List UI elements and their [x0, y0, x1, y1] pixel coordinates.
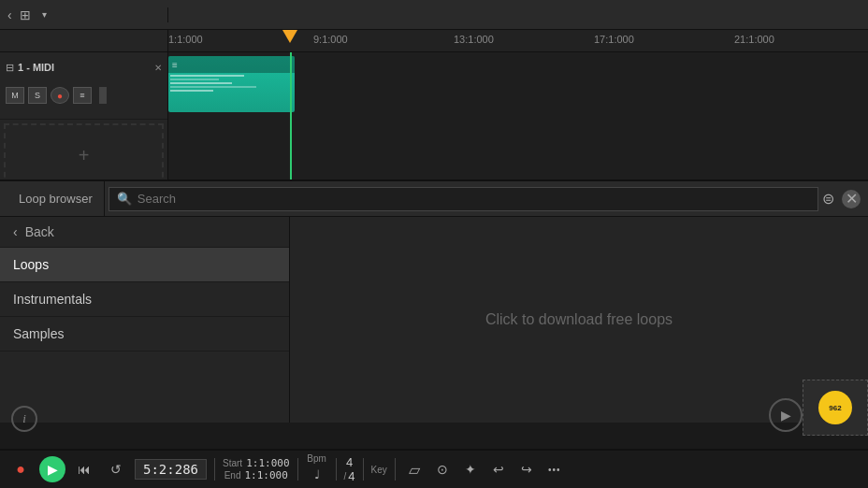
midi-clip-content [168, 73, 295, 93]
midi-clip-header: ≡ [168, 56, 295, 73]
back-button[interactable]: ‹ Back [0, 217, 289, 248]
rewind-icon: ⏮ [78, 462, 91, 477]
time-sig-slash: / [344, 471, 347, 481]
midi-note-line [170, 79, 219, 80]
midi-clip[interactable]: ≡ [168, 56, 295, 112]
back-label: Back [25, 224, 54, 239]
start-end-group: Start 1:1:000 End 1:1:000 [223, 457, 289, 481]
loop-icon-button[interactable]: ⊙ [431, 458, 454, 481]
mute-button[interactable]: M [6, 87, 24, 104]
filter-icon[interactable]: ⊜ [822, 190, 834, 208]
loop-browser-panel: Loop browser 🔍 ⊜ ✕ ‹ Back Loops Instrume… [0, 179, 868, 423]
undo-button[interactable]: ↩ [487, 458, 510, 481]
loop-main-content: Click to download free loops [290, 217, 868, 423]
divider [297, 458, 298, 481]
record-icon: ● [16, 461, 25, 478]
time-sig-numerator: 4 [346, 455, 353, 469]
loop-item-instrumentals[interactable]: Instrumentals [0, 282, 289, 317]
key-group: Key [371, 465, 387, 475]
track-content: ≡ [168, 52, 868, 179]
track-list-button[interactable]: ≡ [73, 87, 92, 104]
ruler-mark-5: 9:1:000 [313, 34, 348, 45]
empty-message: Click to download free loops [485, 311, 673, 328]
time-sig-denominator: 4 [348, 469, 354, 483]
toolbar-left: ‹ ⊞ ▾ [0, 7, 168, 22]
loop-browser-tab[interactable]: Loop browser [7, 181, 105, 216]
record-button[interactable]: ● [7, 456, 34, 482]
start-value: 1:1:000 [246, 457, 289, 469]
divider [336, 458, 337, 481]
ruler-mark-13: 17:1:000 [594, 34, 634, 45]
divider [395, 458, 396, 481]
track-header: ⊟ 1 - MIDI ✕ M S ● ≡ + [0, 52, 168, 179]
timeline-ruler: 1:1:000 9:1:000 13:1:000 17:1:000 21:1:0… [168, 30, 868, 52]
info-button[interactable]: i [11, 406, 37, 432]
effects-icon: ✦ [465, 462, 476, 477]
loop-icon: ↺ [110, 462, 122, 477]
back-chevron-icon: ‹ [13, 224, 18, 239]
ruler-mark-1: 1:1:000 [168, 34, 203, 45]
waveform-icon: ⏥ [409, 461, 420, 479]
track-controls: M S ● ≡ [0, 82, 167, 108]
playhead[interactable] [282, 30, 297, 43]
play-button[interactable]: ▶ [39, 456, 65, 482]
loop-item-loops[interactable]: Loops [0, 248, 289, 282]
loop-browser-tab-label: Loop browser [19, 192, 93, 206]
midi-note-line [170, 90, 213, 92]
playhead-line [290, 52, 292, 179]
top-toolbar: ‹ ⊞ ▾ [0, 0, 868, 30]
search-box[interactable]: 🔍 [108, 187, 818, 211]
loop-item-label: Instrumentals [13, 292, 92, 307]
play-preview-button[interactable]: ▶ [769, 398, 803, 432]
redo-icon: ↪ [521, 462, 532, 477]
transport-bar: ● ▶ ⏮ ↺ 5:2:286 Start 1:1:000 End 1:1:00… [0, 449, 868, 488]
back-arrow-icon[interactable]: ‹ [7, 7, 12, 22]
ruler-mark-17: 21:1:000 [734, 34, 774, 45]
more-button[interactable]: ••• [543, 458, 566, 481]
bpm-group: Bpm ♩ [306, 453, 328, 486]
end-label: End [224, 470, 241, 481]
track-midi-icon: ⊟ [6, 62, 14, 74]
more-icon: ••• [548, 465, 561, 475]
effects-button[interactable]: ✦ [459, 458, 482, 481]
watermark-area: 962 [803, 380, 868, 436]
track-name: 1 - MIDI [18, 62, 54, 73]
midi-note-line [170, 86, 256, 88]
midi-note-line [170, 82, 232, 84]
dropdown-arrow-icon[interactable]: ▾ [42, 9, 47, 20]
start-label: Start [223, 458, 242, 468]
rewind-button[interactable]: ⏮ [71, 456, 97, 482]
track-area: ⊟ 1 - MIDI ✕ M S ● ≡ + ≡ [0, 52, 868, 179]
search-input[interactable] [137, 192, 810, 206]
grid-icon[interactable]: ⊞ [20, 7, 31, 22]
close-panel-icon[interactable]: ✕ [842, 190, 861, 208]
time-value: 5:2:286 [143, 462, 198, 477]
search-icon: 🔍 [117, 192, 132, 206]
loop-item-label: Samples [13, 326, 64, 341]
loop2-icon: ⊙ [437, 462, 448, 477]
loop-item-label: Loops [13, 257, 49, 272]
play-preview-icon: ▶ [781, 408, 791, 423]
divider [363, 458, 364, 481]
add-track-button[interactable]: + [4, 123, 164, 187]
undo-icon: ↩ [493, 462, 504, 477]
solo-button[interactable]: S [28, 87, 47, 104]
redo-button[interactable]: ↪ [515, 458, 538, 481]
loop-browser-body: ‹ Back Loops Instrumentals Samples Click… [0, 217, 868, 423]
bpm-label: Bpm [307, 453, 326, 464]
record-arm-button[interactable]: ● [51, 87, 69, 104]
loop-sidebar: ‹ Back Loops Instrumentals Samples [0, 217, 290, 423]
logo-circle: 962 [818, 391, 852, 424]
track-resize-handle[interactable] [99, 87, 107, 104]
end-value: 1:1:000 [244, 469, 287, 481]
metronome-icon[interactable]: ♩ [306, 464, 328, 486]
loop-button[interactable]: ↺ [103, 456, 129, 482]
track-close-icon[interactable]: ✕ [154, 63, 162, 73]
key-label: Key [371, 465, 387, 475]
ruler-mark-9: 13:1:000 [454, 34, 494, 45]
waveform-button[interactable]: ⏥ [403, 458, 426, 481]
loop-browser-header: Loop browser 🔍 ⊜ ✕ [0, 181, 868, 217]
loop-item-samples[interactable]: Samples [0, 317, 289, 352]
info-icon: i [22, 411, 26, 426]
track-info: ⊟ 1 - MIDI ✕ [0, 52, 167, 82]
